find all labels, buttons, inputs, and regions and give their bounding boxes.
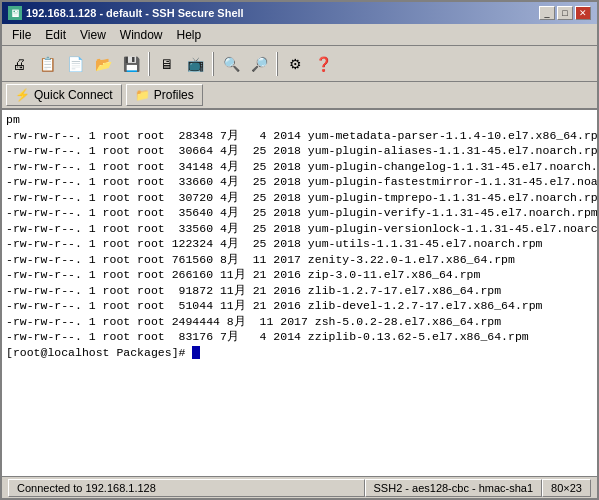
minimize-button[interactable]: _ [539, 6, 555, 20]
terminal-line: -rw-rw-r--. 1 root root 35640 4月 25 2018… [6, 205, 593, 221]
terminal-line: -rw-rw-r--. 1 root root 30720 4月 25 2018… [6, 190, 593, 206]
toolbar-sep-3 [276, 52, 278, 76]
toolbar-settings[interactable]: ⚙ [282, 51, 308, 77]
toolbar-zoom[interactable]: 🔎 [246, 51, 272, 77]
menu-help[interactable]: Help [171, 26, 208, 44]
menu-bar: File Edit View Window Help [2, 24, 597, 46]
title-bar-buttons: _ □ ✕ [539, 6, 591, 20]
menu-view[interactable]: View [74, 26, 112, 44]
terminal-cursor [192, 346, 200, 359]
menu-window[interactable]: Window [114, 26, 169, 44]
terminal-line: -rw-rw-r--. 1 root root 28348 7月 4 2014 … [6, 128, 593, 144]
terminal-line: [root@localhost Packages]# [6, 345, 593, 361]
status-cipher: SSH2 - aes128-cbc - hmac-sha1 [365, 479, 543, 497]
terminal-line: -rw-rw-r--. 1 root root 83176 7月 4 2014 … [6, 329, 593, 345]
toolbar-sep-1 [148, 52, 150, 76]
profiles-label: Profiles [154, 88, 194, 102]
toolbar-save[interactable]: 💾 [118, 51, 144, 77]
terminal-line: -rw-rw-r--. 1 root root 266160 11月 21 20… [6, 267, 593, 283]
toolbar-sep-2 [212, 52, 214, 76]
toolbar-search[interactable]: 🔍 [218, 51, 244, 77]
app-icon: 🖥 [8, 6, 22, 20]
terminal-output[interactable]: pm-rw-rw-r--. 1 root root 28348 7月 4 201… [2, 110, 597, 476]
window-title: 192.168.1.128 - default - SSH Secure She… [26, 7, 244, 19]
menu-file[interactable]: File [6, 26, 37, 44]
toolbar-terminal[interactable]: 🖥 [154, 51, 180, 77]
quick-connect-label: Quick Connect [34, 88, 113, 102]
toolbar-sftp[interactable]: 📺 [182, 51, 208, 77]
terminal-line: pm [6, 112, 593, 128]
toolbar-help[interactable]: ❓ [310, 51, 336, 77]
terminal-line: -rw-rw-r--. 1 root root 33660 4月 25 2018… [6, 174, 593, 190]
profiles-button[interactable]: 📁 Profiles [126, 84, 203, 106]
toolbar-new[interactable]: 📄 [62, 51, 88, 77]
terminal-line: -rw-rw-r--. 1 root root 30664 4月 25 2018… [6, 143, 593, 159]
terminal-line: -rw-rw-r--. 1 root root 761560 8月 11 201… [6, 252, 593, 268]
title-bar: 🖥 192.168.1.128 - default - SSH Secure S… [2, 2, 597, 24]
close-button[interactable]: ✕ [575, 6, 591, 20]
maximize-button[interactable]: □ [557, 6, 573, 20]
terminal-line: -rw-rw-r--. 1 root root 2494444 8月 11 20… [6, 314, 593, 330]
status-connection: Connected to 192.168.1.128 [8, 479, 365, 497]
toolbar-print[interactable]: 🖨 [6, 51, 32, 77]
terminal-line: -rw-rw-r--. 1 root root 51044 11月 21 201… [6, 298, 593, 314]
title-bar-text: 🖥 192.168.1.128 - default - SSH Secure S… [8, 6, 244, 20]
connect-bar: ⚡ Quick Connect 📁 Profiles [2, 82, 597, 110]
terminal-wrapper: pm-rw-rw-r--. 1 root root 28348 7月 4 201… [2, 110, 597, 476]
main-window: 🖥 192.168.1.128 - default - SSH Secure S… [0, 0, 599, 500]
terminal-line: -rw-rw-r--. 1 root root 33560 4月 25 2018… [6, 221, 593, 237]
quick-connect-icon: ⚡ [15, 88, 30, 102]
toolbar-copy[interactable]: 📋 [34, 51, 60, 77]
status-dimensions: 80×23 [542, 479, 591, 497]
terminal-line: -rw-rw-r--. 1 root root 34148 4月 25 2018… [6, 159, 593, 175]
profiles-icon: 📁 [135, 88, 150, 102]
status-bar: Connected to 192.168.1.128 SSH2 - aes128… [2, 476, 597, 498]
menu-edit[interactable]: Edit [39, 26, 72, 44]
terminal-line: -rw-rw-r--. 1 root root 91872 11月 21 201… [6, 283, 593, 299]
toolbar-open[interactable]: 📂 [90, 51, 116, 77]
quick-connect-button[interactable]: ⚡ Quick Connect [6, 84, 122, 106]
toolbar: 🖨 📋 📄 📂 💾 🖥 📺 🔍 🔎 ⚙ ❓ [2, 46, 597, 82]
terminal-line: -rw-rw-r--. 1 root root 122324 4月 25 201… [6, 236, 593, 252]
